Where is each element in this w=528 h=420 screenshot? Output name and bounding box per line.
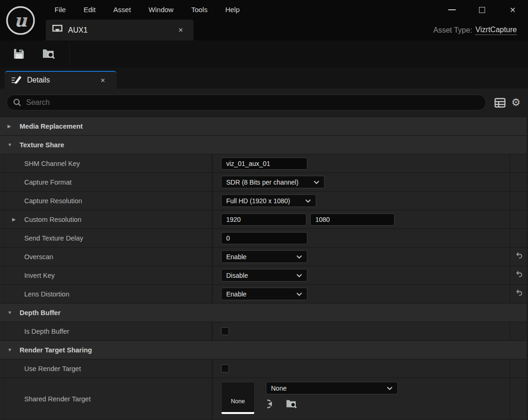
search-input[interactable] [26, 98, 486, 107]
browse-to-asset-button[interactable] [285, 398, 298, 411]
editor-tab-close-icon[interactable]: ✕ [178, 27, 183, 34]
reset-column [510, 359, 527, 378]
editor-tab-aux1[interactable]: AUX1 ✕ [46, 20, 194, 41]
circle-left-arrow-icon [267, 399, 279, 409]
settings-button[interactable]: ⚙ [509, 96, 522, 109]
reset-column [510, 378, 527, 420]
property-label: Shared Render Target [24, 395, 90, 403]
property-label: Use Render Target [24, 365, 81, 372]
browse-to-asset-button[interactable] [37, 44, 60, 65]
invert-key-dropdown[interactable]: Disable [221, 269, 307, 282]
is-depth-buffer-checkbox[interactable] [221, 327, 229, 335]
menu-help[interactable]: Help [216, 0, 249, 20]
asset-thumbnail[interactable]: None [221, 382, 255, 414]
custom-resolution-height-input[interactable] [310, 213, 395, 226]
property-row-lens-distortion: Lens Distortion Enable [0, 284, 527, 303]
property-label: Overscan [24, 253, 53, 261]
chevron-right-icon[interactable]: ▶ [12, 217, 20, 222]
chevron-down-icon [296, 292, 302, 296]
section-header-media-replacement[interactable]: ▶ Media Replacement [0, 117, 527, 135]
menu-asset[interactable]: Asset [104, 0, 140, 20]
reset-column [510, 192, 527, 210]
menu-file[interactable]: File [46, 0, 75, 20]
chevron-down-icon[interactable]: ▼ [7, 310, 15, 315]
row-gutter [0, 359, 5, 378]
shm-channel-key-input[interactable] [221, 158, 307, 170]
undo-arrow-icon [514, 252, 523, 259]
details-tab-close-icon[interactable]: ✕ [100, 77, 105, 84]
asset-type: Asset Type: VizrtCapture [433, 20, 517, 41]
section-header-texture-share[interactable]: ▼ Texture Share [0, 135, 527, 154]
lens-distortion-dropdown[interactable]: Enable [221, 288, 307, 300]
chevron-down-icon[interactable]: ▼ [7, 347, 15, 352]
window-controls: ✕ [437, 0, 528, 20]
grid-table-icon [494, 98, 506, 108]
row-gutter [0, 285, 5, 303]
capture-format-dropdown[interactable]: SDR (8 Bits per channel) [221, 176, 325, 188]
property-label: Custom Resolution [24, 216, 82, 223]
minimize-icon [448, 9, 456, 10]
chevron-down-icon[interactable]: ▼ [7, 142, 15, 147]
send-texture-delay-input[interactable] [221, 232, 307, 244]
menu-window[interactable]: Window [140, 0, 182, 20]
section-header-depth-buffer[interactable]: ▼ Depth Buffer [0, 303, 527, 322]
row-gutter [0, 248, 5, 266]
search-bar[interactable] [7, 95, 486, 110]
property-row-send-texture-delay: Send Texture Delay [0, 228, 527, 247]
maximize-icon [479, 7, 485, 13]
menu-tools[interactable]: Tools [182, 0, 216, 20]
property-label: Capture Format [24, 179, 72, 186]
shared-render-target-dropdown[interactable]: None [266, 382, 398, 394]
reset-column [510, 173, 527, 191]
use-selected-asset-button[interactable] [267, 399, 279, 411]
property-row-is-depth-buffer: Is Depth Buffer [0, 322, 527, 340]
chevron-down-icon [387, 386, 393, 390]
asset-toolbar [0, 41, 528, 68]
reset-to-default-button[interactable] [514, 271, 523, 280]
custom-resolution-width-input[interactable] [221, 213, 306, 226]
reset-to-default-button[interactable] [514, 252, 523, 261]
editor-tab-label: AUX1 [68, 26, 178, 34]
use-render-target-checkbox[interactable] [221, 365, 229, 372]
reset-column [510, 322, 527, 340]
minimize-button[interactable] [437, 0, 467, 20]
close-icon: ✕ [510, 6, 516, 14]
dropdown-value: Disable [226, 272, 248, 279]
asset-type-link[interactable]: VizrtCapture [475, 26, 517, 35]
details-panel: Details ✕ ⚙ [0, 68, 528, 420]
chevron-down-icon [296, 255, 302, 259]
overscan-dropdown[interactable]: Enable [221, 250, 307, 263]
row-gutter [0, 378, 5, 420]
svg-text:u: u [14, 10, 28, 31]
close-button[interactable]: ✕ [498, 0, 528, 20]
reset-column [510, 154, 527, 172]
dropdown-value: None [271, 385, 286, 392]
unreal-engine-logo-icon: u [6, 6, 35, 35]
folder-search-icon [42, 47, 56, 62]
reset-to-default-button[interactable] [514, 289, 523, 298]
save-button[interactable] [7, 44, 30, 65]
chevron-down-icon [305, 199, 311, 203]
property-label: Capture Resolution [24, 197, 82, 205]
chevron-right-icon[interactable]: ▶ [7, 124, 15, 129]
section-label: Texture Share [20, 141, 64, 149]
dropdown-value: Full HD (1920 x 1080) [226, 197, 290, 205]
maximize-button[interactable] [467, 0, 497, 20]
property-label: SHM Channel Key [24, 160, 80, 167]
reset-column [510, 229, 527, 247]
thumbnail-label: None [231, 398, 245, 405]
floppy-disk-icon [13, 48, 25, 62]
property-label: Send Texture Delay [24, 234, 83, 242]
property-label: Invert Key [24, 272, 55, 279]
chevron-down-icon [313, 180, 320, 184]
property-row-shared-render-target: Shared Render Target None None [0, 378, 527, 420]
capture-resolution-dropdown[interactable]: Full HD (1920 x 1080) [221, 194, 316, 207]
details-tab[interactable]: Details ✕ [5, 71, 117, 89]
display-filter-button[interactable] [493, 96, 507, 109]
property-row-capture-resolution: Capture Resolution Full HD (1920 x 1080) [0, 191, 527, 210]
row-gutter [0, 173, 5, 191]
menu-edit[interactable]: Edit [75, 0, 104, 20]
pencil-details-icon [10, 74, 22, 86]
menu-bar: File Edit Asset Window Tools Help [46, 0, 249, 20]
section-header-render-target-sharing[interactable]: ▼ Render Target Sharing [0, 340, 527, 359]
